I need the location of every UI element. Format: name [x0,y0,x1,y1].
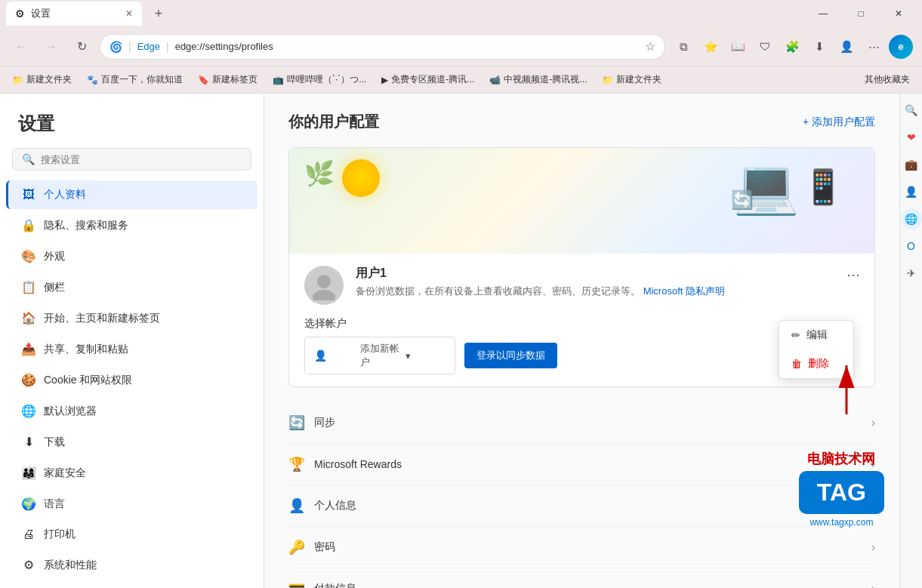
new-tab-button[interactable]: + [148,3,169,24]
sidebar-item-profile[interactable]: 🖼 个人资料 [6,180,257,209]
section-title: 你的用户配置 [288,112,379,132]
personal-info-icon: 👤 [288,497,305,514]
add-profile-button[interactable]: + 添加用户配置 [803,115,875,129]
address-bar[interactable]: 🌀 | Edge | edge://settings/profiles ☆ [100,34,665,60]
rs-send-icon[interactable]: ✈ [901,263,922,284]
sidebar-item-language[interactable]: 🌍 语言 [6,489,257,519]
profile-icon[interactable]: 👤 [834,35,859,59]
red-arrow [824,358,869,418]
sidebar-item-label: 打印机 [44,528,76,541]
sync-icon: 🔄 [288,414,305,431]
sidebar-item-label: 个人资料 [44,188,86,202]
browser-essentials-icon[interactable]: 🛡 [753,35,777,59]
sidebar-item-label: 默认浏览器 [44,405,97,418]
sidebar-item-new-tab[interactable]: 🏠 开始、主页和新建标签页 [6,303,257,333]
family-icon: 👨‍👩‍👧 [21,466,36,480]
banner-sync-icon: 🔄 [731,189,754,211]
sidebar-item-printer[interactable]: 🖨 打印机 [6,520,257,549]
edge-icon: 🌀 [109,41,122,53]
sidebar-title: 设置 [0,94,264,148]
settings-item-sync[interactable]: 🔄 同步 › [288,402,875,444]
rs-briefcase-icon[interactable]: 💼 [901,154,922,175]
rs-user-icon[interactable]: 👤 [901,181,922,202]
account-label: 选择帐户 [304,317,859,331]
bookmark-baidu[interactable]: 🐾 百度一下，你就知道 [81,70,189,89]
sidebar-item-label: 侧栏 [44,281,65,294]
banner-content: 🌿 💻 📱 🔄 [289,148,874,254]
sidebar-item-privacy[interactable]: 🔒 隐私、搜索和服务 [6,211,257,240]
sidebar-item-system[interactable]: ⚙ 系统和性能 [6,550,257,580]
address-separator2: | [166,41,169,53]
settings-item-password[interactable]: 🔑 密码 › [288,527,875,568]
bookmark-bilibili[interactable]: 📺 哔哩哔哩（`·´）つ... [267,70,372,89]
split-screen-icon[interactable]: ⧉ [671,35,695,59]
lock-icon: 🔒 [21,218,36,232]
edit-icon: ✏ [791,329,800,341]
minimize-button[interactable]: — [806,0,840,27]
active-tab[interactable]: ⚙ 设置 ✕ [6,2,142,26]
edge-logo[interactable]: e [889,35,913,59]
rewards-icon: 🏆 [288,456,305,473]
bookmark-label: 中视频频道-腾讯视... [504,73,587,86]
bookmark-label: 新建文件夹 [26,73,72,86]
settings-item-personal-info[interactable]: 👤 个人信息 › [288,485,875,527]
context-menu-edit[interactable]: ✏ 编辑 [779,321,853,349]
account-row: 👤 添加新帐户 ▾ 登录以同步数据 [304,337,859,374]
extensions-icon[interactable]: 🧩 [780,35,804,59]
bookmark-tencent2[interactable]: 📹 中视频频道-腾讯视... [483,70,593,89]
rs-favorites-icon[interactable]: ❤ [901,127,922,148]
cookie-icon: 🍪 [21,373,36,387]
sidebar-item-cookies[interactable]: 🍪 Cookie 和网站权限 [6,365,257,395]
sidebar-item-downloads[interactable]: ⬇ 下载 [6,427,257,457]
settings-tab-icon: ⚙ [15,8,25,20]
tv-icon: 📹 [489,75,501,85]
address-separator: | [128,41,131,53]
sidebar-item-sidebar[interactable]: 📋 侧栏 [6,272,257,302]
refresh-button[interactable]: ↻ [69,35,94,59]
search-box[interactable]: 🔍 [12,148,251,171]
downloads-icon[interactable]: ⬇ [807,35,831,59]
settings-item-rewards[interactable]: 🏆 Microsoft Rewards › [288,444,875,485]
three-dot-menu-button[interactable]: ⋯ [841,263,865,287]
sidebar-item-reset[interactable]: ↩ 重置设置 [6,581,257,588]
sidebar-item-family[interactable]: 👨‍👩‍👧 家庭安全 [6,458,257,488]
watermark-url: www.tagxp.com [799,517,884,528]
svg-point-1 [313,290,335,300]
back-button[interactable]: ← [9,35,33,59]
settings-item-payment[interactable]: 💳 付款信息 › [288,568,875,588]
tab-close-button[interactable]: ✕ [125,8,133,19]
collections-icon[interactable]: ⭐ [698,35,723,59]
edge-label: Edge [137,41,160,52]
account-placeholder: 添加新帐户 [360,342,400,369]
more-icon[interactable]: ⋯ [862,35,886,59]
rs-globe-icon[interactable]: 🌐 [901,208,922,229]
close-button[interactable]: ✕ [881,0,916,27]
sidebar-item-appearance[interactable]: 🎨 外观 [6,242,257,271]
watermark-site-text: 电脑技术网 [799,450,884,468]
sidebar-item-share[interactable]: 📤 共享、复制和粘贴 [6,334,257,364]
bookmarks-more-button[interactable]: 其他收藏夹 [859,70,916,89]
sidebar-item-label: 系统和性能 [44,559,97,572]
sidebar-item-default-browser[interactable]: 🌐 默认浏览器 [6,396,257,426]
forward-button[interactable]: → [39,35,63,59]
bookmark-tencent1[interactable]: ▶ 免费专区频道-腾讯... [375,70,480,89]
account-icon: 👤 [314,349,354,362]
bookmark-label: 百度一下，你就知道 [101,73,183,86]
search-input[interactable] [41,154,242,165]
sidebar-nav-icon: 📋 [21,280,36,294]
rs-outlook-icon[interactable]: O [901,236,922,257]
bookmark-newtab[interactable]: 🔖 新建标签页 [192,70,264,89]
banner-phone-icon: 📱 [802,167,844,207]
rs-search-icon[interactable]: 🔍 [901,100,922,121]
bookmark-new-folder[interactable]: 📁 新建文件夹 [6,70,78,89]
privacy-link[interactable]: Microsoft 隐私声明 [643,285,725,297]
bookmark-folder2[interactable]: 📁 新建文件夹 [596,70,668,89]
reading-view-icon[interactable]: 📖 [726,35,750,59]
account-selector[interactable]: 👤 添加新帐户 ▾ [304,337,455,374]
sync-button[interactable]: 登录以同步数据 [464,343,557,368]
banner-plant-icon: 🌿 [304,159,335,188]
profile-nav-icon: 🖼 [21,188,36,202]
bookmark-star-icon[interactable]: ☆ [645,39,655,54]
maximize-button[interactable]: □ [843,0,878,27]
sidebar-item-label: 下载 [44,436,65,449]
